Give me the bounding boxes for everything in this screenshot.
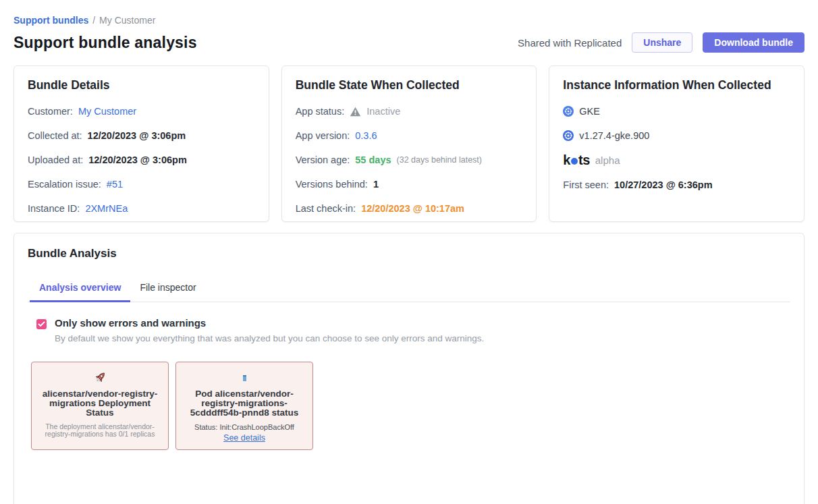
kots-channel: alpha: [595, 155, 620, 166]
bundle-state-title: Bundle State When Collected: [296, 78, 523, 92]
customer-link[interactable]: My Customer: [78, 106, 136, 117]
customer-row: Customer: My Customer: [28, 106, 255, 117]
error-tile-title: Pod alicenstar/vendor-registry-migration…: [182, 389, 307, 418]
bundle-analysis-title: Bundle Analysis: [28, 247, 790, 260]
app-status-label: App status:: [296, 106, 345, 117]
escalation-issue-row: Escalation issue: #51: [28, 179, 255, 190]
app-version-row: App version: 0.3.6: [296, 130, 523, 141]
escalation-issue-link[interactable]: #51: [107, 179, 123, 190]
collected-at-value: 12/20/2023 @ 3:06pm: [88, 130, 186, 141]
app-status-value: Inactive: [366, 106, 400, 117]
header-actions: Shared with Replicated Unshare Download …: [518, 32, 805, 53]
tab-file-inspector[interactable]: File inspector: [130, 275, 205, 302]
kots-row: k ts alpha: [563, 152, 790, 168]
bundle-details-card: Bundle Details Customer: My Customer Col…: [13, 65, 269, 222]
uploaded-at-label: Uploaded at:: [28, 155, 83, 165]
version-age-note: (32 days behind latest): [397, 155, 482, 165]
instance-info-card: Instance Information When Collected: [549, 65, 805, 222]
app-status-row: App status: Inactive: [296, 106, 523, 117]
errors-filter: Only show errors and warnings By default…: [28, 317, 790, 343]
first-seen-row: First seen: 10/27/2023 @ 6:36pm: [563, 179, 790, 190]
instance-id-label: Instance ID:: [28, 203, 80, 214]
shared-status-text: Shared with Replicated: [518, 37, 622, 49]
last-checkin-row: Last check-in: 12/20/2023 @ 10:17am: [296, 203, 523, 214]
analysis-tabs: Analysis overview File inspector: [28, 275, 790, 302]
rocket-icon: [92, 369, 108, 387]
kots-logo-k: k: [563, 152, 570, 168]
version-age-row: Version age: 55 days (32 days behind lat…: [296, 155, 523, 165]
warning-icon: [350, 107, 361, 117]
filter-label[interactable]: Only show errors and warnings: [55, 317, 484, 329]
bundle-state-card: Bundle State When Collected App status: …: [281, 65, 537, 222]
kubernetes-icon: [563, 130, 574, 141]
versions-behind-label: Versions behind:: [296, 179, 368, 190]
first-seen-label: First seen:: [563, 179, 609, 190]
page-title: Support bundle analysis: [13, 34, 197, 52]
version-age-value: 55 days: [355, 155, 391, 165]
instance-id-row: Instance ID: 2XMrNEa: [28, 203, 255, 214]
breadcrumb-support-bundles-link[interactable]: Support bundles: [13, 15, 88, 26]
last-checkin-value: 12/20/2023 @ 10:17am: [361, 203, 464, 214]
distribution-row: GKE: [563, 106, 790, 117]
collected-at-label: Collected at:: [28, 130, 82, 141]
instance-id-link[interactable]: 2XMrNEa: [85, 203, 128, 214]
see-details-link[interactable]: See details: [223, 433, 265, 443]
app-version-label: App version:: [296, 130, 350, 141]
error-tile-title: alicenstar/vendor-registry-migrations De…: [37, 389, 163, 418]
breadcrumb-separator: /: [92, 15, 95, 26]
kots-logo-ts: ts: [578, 152, 590, 168]
escalation-issue-label: Escalation issue:: [28, 179, 101, 190]
support-bundle-analysis-page: Support bundles / My Customer Support bu…: [0, 0, 818, 504]
broken-image-icon: [243, 369, 246, 387]
breadcrumb-current: My Customer: [99, 15, 155, 26]
error-tile-message: The deployment alicenstar/vendor-registr…: [37, 423, 163, 437]
deployment-status-error-tile: alicenstar/vendor-registry-migrations De…: [31, 362, 169, 450]
instance-info-title: Instance Information When Collected: [563, 78, 790, 92]
gke-icon: [563, 106, 574, 117]
info-cards-row: Bundle Details Customer: My Customer Col…: [13, 65, 805, 222]
kots-logo-o-icon: [571, 158, 578, 165]
check-icon: [38, 321, 45, 327]
filter-text-block: Only show errors and warnings By default…: [55, 317, 484, 343]
uploaded-at-value: 12/20/2023 @ 3:06pm: [88, 155, 187, 165]
first-seen-value: 10/27/2023 @ 6:36pm: [614, 179, 713, 190]
customer-label: Customer:: [28, 106, 73, 117]
versions-behind-value: 1: [373, 179, 379, 190]
page-header: Support bundle analysis Shared with Repl…: [13, 32, 805, 53]
unshare-button[interactable]: Unshare: [632, 32, 692, 53]
tab-analysis-overview[interactable]: Analysis overview: [30, 275, 130, 302]
uploaded-at-row: Uploaded at: 12/20/2023 @ 3:06pm: [28, 155, 255, 165]
distribution-value: GKE: [579, 106, 600, 117]
breadcrumb: Support bundles / My Customer: [13, 0, 805, 26]
k8s-version-row: v1.27.4-gke.900: [563, 130, 790, 141]
kots-logo: k ts: [563, 152, 589, 168]
last-checkin-label: Last check-in:: [296, 203, 356, 214]
version-age-label: Version age:: [296, 155, 350, 165]
only-errors-checkbox[interactable]: [36, 319, 47, 329]
error-tiles: alicenstar/vendor-registry-migrations De…: [28, 362, 790, 450]
app-version-link[interactable]: 0.3.6: [355, 130, 377, 141]
k8s-version-value: v1.27.4-gke.900: [579, 130, 649, 141]
error-tile-status: Status: Init:CrashLoopBackOff: [194, 423, 294, 431]
bundle-details-title: Bundle Details: [28, 78, 255, 92]
download-bundle-button[interactable]: Download bundle: [703, 32, 805, 53]
pod-status-error-tile: Pod alicenstar/vendor-registry-migration…: [175, 362, 313, 450]
bundle-analysis-card: Bundle Analysis Analysis overview File i…: [13, 233, 805, 504]
versions-behind-row: Versions behind: 1: [296, 179, 523, 190]
filter-description: By default we show you everything that w…: [55, 333, 484, 343]
collected-at-row: Collected at: 12/20/2023 @ 3:06pm: [28, 130, 255, 141]
